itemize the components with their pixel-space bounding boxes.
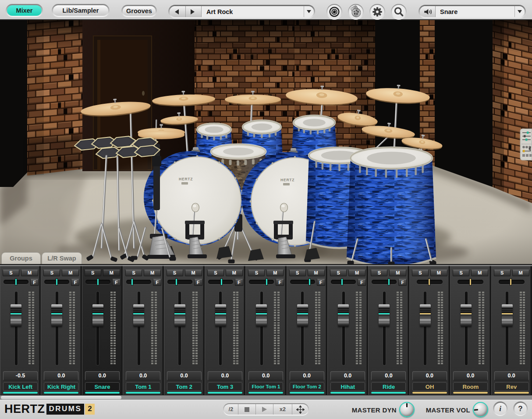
svg-text:HERTZ: HERTZ [179,177,193,181]
svg-text:HERTZ: HERTZ [280,178,294,182]
